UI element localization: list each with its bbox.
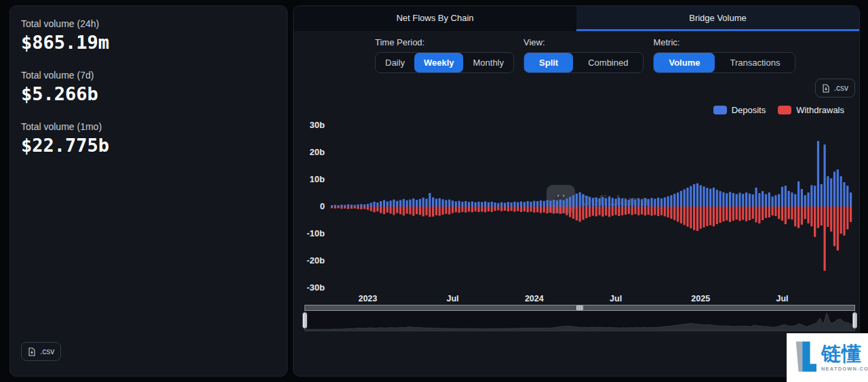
stat-volume-24h: Total volume (24h) $865.19m [21,18,276,53]
y-tick: 0 [294,201,325,211]
view-control: View: Split Combined [524,37,644,73]
tab-bridge-volume[interactable]: Bridge Volume [576,6,859,31]
stat-label: Total volume (1mo) [21,121,276,132]
x-tick: 2025 [680,294,721,303]
download-csv-button[interactable]: .csv [815,79,855,98]
metric-label: Metric: [653,37,795,47]
metric-segmented: Volume Transactions [653,52,795,73]
tab-net-flows-by-chain[interactable]: Net Flows By Chain [294,6,576,31]
legend-label: Deposits [732,105,766,115]
y-tick: -10b [294,228,325,238]
time-period-daily-button[interactable]: Daily [376,53,414,72]
chart-legend: Deposits Withdrawals [713,105,844,115]
scrollbar-grip-icon[interactable] [576,305,583,310]
overview-mini-chart [305,312,854,331]
brush-right-handle[interactable] [852,312,857,328]
chart-controls: Time Period: Daily Weekly Monthly View: … [375,37,795,73]
tab-bar: Net Flows By Chain Bridge Volume [294,6,859,31]
y-tick: -20b [294,255,325,266]
time-period-weekly-button[interactable]: Weekly [414,53,464,72]
csv-button-label: .csv [40,347,54,356]
time-period-control: Time Period: Daily Weekly Monthly [375,37,514,73]
bridge-volume-chart[interactable] [330,125,852,289]
view-combined-button[interactable]: Combined [573,53,643,72]
withdrawals-swatch-icon [778,106,791,114]
y-tick: 30b [294,120,325,130]
summary-panel: Total volume (24h) $865.19m Total volume… [9,5,288,377]
x-tick: 2023 [347,294,388,303]
csv-file-icon [28,347,36,356]
metric-volume-button[interactable]: Volume [654,53,715,72]
y-tick: 20b [294,147,325,157]
time-period-segmented: Daily Weekly Monthly [375,52,514,73]
stat-volume-1mo: Total volume (1mo) $22.775b [21,121,276,156]
stat-volume-7d: Total volume (7d) $5.266b [21,70,276,104]
stat-value: $865.19m [21,32,276,53]
neatdown-url-text: NEATDOWN.COM [821,366,868,372]
legend-withdrawals[interactable]: Withdrawals [778,105,844,115]
stat-value: $5.266b [21,83,276,104]
stat-value: $22.775b [21,135,276,156]
x-tick: Jul [432,294,473,303]
metric-control: Metric: Volume Transactions [653,37,795,73]
stat-label: Total volume (24h) [21,18,276,29]
datazoom-scrollbar[interactable] [304,305,855,311]
view-label: View: [524,37,644,47]
x-tick: Jul [595,294,636,303]
neatdown-cn-text: 链懂 [821,344,868,364]
site-watermark: 链懂 NEATDOWN.COM [787,333,868,382]
deposits-swatch-icon [713,106,727,114]
time-period-monthly-button[interactable]: Monthly [463,53,513,72]
brush-left-handle[interactable] [302,312,307,328]
view-segmented: Split Combined [524,52,644,73]
neatdown-text-block: 链懂 NEATDOWN.COM [821,344,868,372]
y-tick: 10b [294,174,325,184]
view-split-button[interactable]: Split [524,53,573,72]
metric-transactions-button[interactable]: Transactions [715,53,795,72]
bridge-panel: Net Flows By Chain Bridge Volume Time Pe… [293,5,860,377]
neatdown-logo-icon [793,339,816,377]
csv-file-icon [822,84,830,93]
x-tick: 2024 [514,294,555,303]
datazoom-brush[interactable] [304,311,855,331]
time-period-label: Time Period: [375,37,514,47]
page: Total volume (24h) $865.19m Total volume… [0,0,868,382]
legend-deposits[interactable]: Deposits [713,105,766,115]
stat-label: Total volume (7d) [21,70,276,81]
x-tick: Jul [762,294,803,303]
y-tick: -30b [294,282,325,293]
csv-button-label: .csv [834,83,848,93]
legend-label: Withdrawals [796,105,844,115]
download-csv-button[interactable]: .csv [21,342,61,361]
